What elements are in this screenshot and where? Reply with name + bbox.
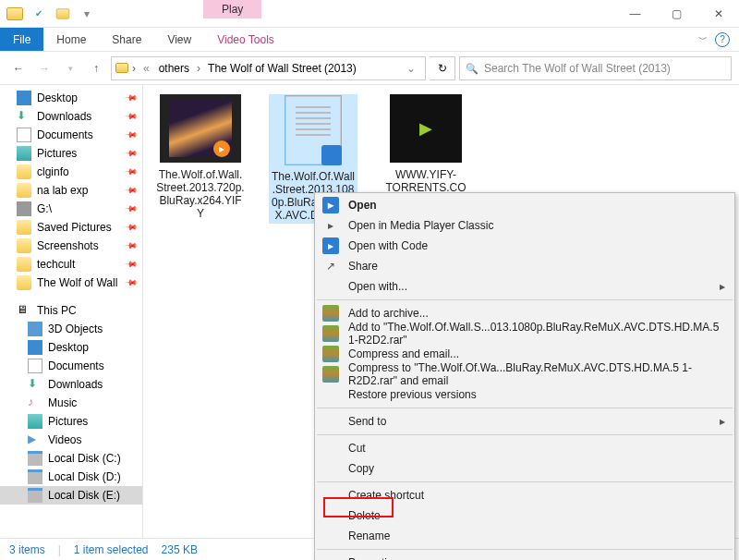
status-item-count: 3 items	[9, 543, 45, 556]
quick-access-toolbar: ▾	[0, 0, 102, 27]
refresh-button[interactable]: ↻	[430, 56, 455, 80]
context-menu-item[interactable]: Properties	[315, 553, 734, 560]
context-menu-item[interactable]: Rename	[315, 526, 734, 546]
status-selected-count: 1 item selected	[74, 543, 149, 556]
context-menu-item[interactable]: Cut	[315, 438, 734, 458]
ico-doc-icon	[28, 359, 42, 373]
sidebar-item[interactable]: Pictures	[0, 412, 142, 431]
navigation-bar: ← → ▾ ↑ « others The Wolf of Wall Street…	[0, 52, 739, 85]
up-button[interactable]: ↑	[85, 57, 107, 79]
ico-mpc-icon	[322, 217, 339, 234]
ico-vid-icon	[28, 432, 42, 447]
sidebar-item[interactable]: Documents	[0, 357, 142, 375]
context-menu-item[interactable]: Add to "The.Wolf.Of.Wall.S...013.1080p.B…	[315, 323, 734, 344]
ico-mpc-blue-icon	[322, 197, 339, 213]
context-menu-item[interactable]: Open in Media Player Classic	[315, 215, 734, 236]
ico-drive-icon	[28, 488, 42, 503]
file-item[interactable]: The.Wolf.of.Wall.Street.2013.720p.BluRay…	[156, 94, 245, 220]
tab-view[interactable]: View	[154, 28, 204, 51]
ico-rar-icon	[322, 366, 339, 383]
minimize-button[interactable]: —	[614, 0, 656, 27]
back-button[interactable]: ←	[7, 57, 30, 79]
navigation-pane: DesktopDownloadsDocumentsPicturesclginfo…	[0, 85, 143, 538]
sidebar-item[interactable]: 3D Objects	[0, 320, 142, 338]
ico-desktop-icon	[28, 340, 42, 355]
ico-music-icon	[28, 396, 42, 410]
file-thumbnail	[390, 94, 462, 163]
tab-file[interactable]: File	[0, 28, 43, 51]
status-size: 235 KB	[162, 543, 198, 556]
ico-rar-icon	[322, 346, 339, 362]
context-menu-item[interactable]: Share	[315, 256, 734, 276]
address-dropdown-icon[interactable]: ⌄	[401, 62, 421, 75]
sidebar-item[interactable]: Desktop	[0, 338, 142, 357]
context-menu-item[interactable]: Delete	[315, 505, 734, 526]
search-input[interactable]: Search The Wolf of Wall Street (2013)	[459, 56, 732, 80]
sidebar-item[interactable]: Local Disk (C:)	[0, 449, 142, 468]
ico-folder-icon	[17, 275, 31, 290]
context-menu-item[interactable]: Restore previous versions	[315, 384, 734, 405]
context-menu-item[interactable]: Send to	[315, 411, 734, 432]
ico-pic-icon	[17, 146, 31, 161]
maximize-button[interactable]: ▢	[656, 0, 697, 27]
sidebar-item[interactable]: G:\	[0, 200, 142, 218]
recent-locations-button[interactable]: ▾	[59, 57, 81, 79]
sidebar-item[interactable]: Pictures	[0, 144, 142, 163]
context-menu-item[interactable]: Open with Code	[315, 236, 734, 256]
sidebar-item[interactable]: Documents	[0, 126, 142, 144]
sidebar-item[interactable]: The Wolf of Wall	[0, 274, 142, 292]
sidebar-item[interactable]: Local Disk (E:)	[0, 486, 142, 505]
contextual-tab-play[interactable]: Play	[203, 0, 261, 18]
sidebar-this-pc[interactable]: This PC	[0, 301, 142, 320]
help-icon[interactable]: ?	[715, 32, 730, 47]
sidebar-item[interactable]: Desktop	[0, 89, 142, 107]
folder-icon[interactable]	[4, 3, 26, 25]
context-menu-item[interactable]: Copy	[315, 458, 734, 479]
ico-share-icon	[322, 258, 339, 274]
ribbon-tabs: File Home Share View Video Tools ﹀ ?	[0, 28, 739, 52]
ico-desktop-icon	[17, 91, 31, 105]
ico-folder-icon	[17, 257, 31, 272]
breadcrumb-level1[interactable]: others	[155, 62, 193, 75]
context-menu-item[interactable]: Compress to "The.Wolf.Of.Wa...BluRay.ReM…	[315, 364, 734, 384]
folder-icon	[115, 63, 128, 73]
sidebar-item[interactable]: Downloads	[0, 107, 142, 126]
forward-button[interactable]: →	[33, 57, 55, 79]
sidebar-item[interactable]: clginfo	[0, 163, 142, 181]
ico-3d-icon	[28, 322, 42, 336]
sidebar-item[interactable]: Downloads	[0, 375, 142, 394]
pc-icon	[17, 303, 31, 318]
sidebar-item[interactable]: Videos	[0, 431, 142, 449]
ico-mpc-blue-icon	[322, 237, 339, 254]
window-controls: — ▢ ✕	[614, 0, 739, 27]
search-placeholder: Search The Wolf of Wall Street (2013)	[484, 62, 671, 75]
ribbon-collapse-icon[interactable]: ﹀	[698, 33, 708, 46]
sidebar-item[interactable]: Saved Pictures	[0, 218, 142, 237]
qat-overflow[interactable]: ▾	[76, 3, 98, 25]
tab-video-tools[interactable]: Video Tools	[204, 28, 287, 51]
ico-pic-icon	[28, 414, 42, 429]
sidebar-item[interactable]: Screenshots	[0, 237, 142, 255]
breadcrumb-level2[interactable]: The Wolf of Wall Street (2013)	[204, 62, 360, 75]
tab-home[interactable]: Home	[43, 28, 99, 51]
address-bar[interactable]: « others The Wolf of Wall Street (2013) …	[111, 56, 426, 80]
context-menu-item[interactable]: Create shortcut	[315, 485, 734, 505]
ico-dl-icon	[28, 377, 42, 392]
sidebar-item[interactable]: techcult	[0, 255, 142, 274]
close-button[interactable]: ✕	[697, 0, 739, 27]
context-menu: OpenOpen in Media Player ClassicOpen wit…	[314, 192, 735, 560]
search-icon	[466, 62, 479, 75]
context-menu-item[interactable]: Open	[315, 195, 734, 215]
tab-share[interactable]: Share	[99, 28, 154, 51]
ico-folder-icon	[17, 238, 31, 253]
sidebar-item[interactable]: na lab exp	[0, 181, 142, 200]
context-menu-item[interactable]: Open with...	[315, 276, 734, 297]
ico-rar-icon	[322, 325, 339, 342]
sidebar-item[interactable]: Music	[0, 394, 142, 412]
file-item[interactable]: WWW.YIFY-TORRENTS.COM	[382, 94, 470, 207]
title-bar: ▾ Play — ▢ ✕	[0, 0, 739, 28]
properties-icon[interactable]	[28, 3, 50, 25]
ico-folder-icon	[17, 164, 31, 179]
qat-item[interactable]	[52, 3, 74, 25]
sidebar-item[interactable]: Local Disk (D:)	[0, 468, 142, 486]
